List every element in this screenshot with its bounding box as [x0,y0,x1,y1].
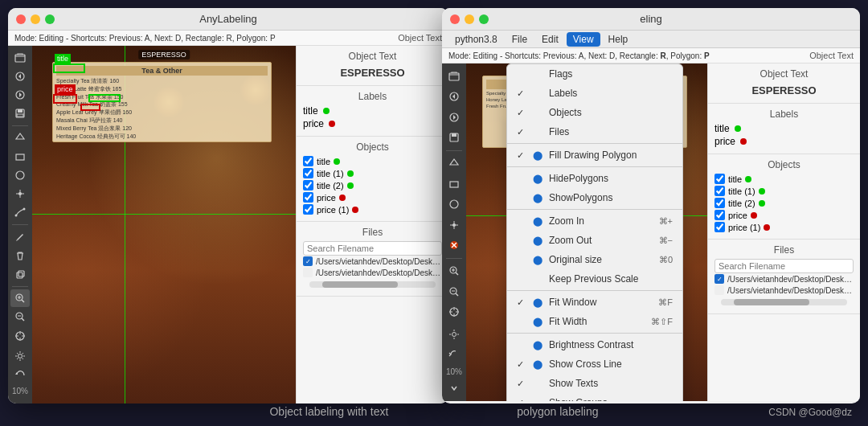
circle-btn-r[interactable] [444,195,464,213]
crosshair-btn[interactable] [10,327,30,344]
files-section-left: Files ✓ /Users/vietanhdev/Desktop/Deskto… [297,222,448,297]
search-filename-right[interactable] [714,259,854,273]
undo-btn-r[interactable] [444,345,464,363]
menu-brightness[interactable]: ⬤ Brightness Contrast [507,335,682,354]
obj-title1-row-left[interactable]: title (1) [303,168,442,178]
menu-keep-scale[interactable]: Keep Previous Scale [507,269,682,289]
obj-price1-check-left[interactable] [303,204,313,215]
obj-price1-row-right[interactable]: price (1) [714,222,854,232]
close-button-right[interactable] [450,14,460,24]
obj-title2-check-left[interactable] [303,180,313,190]
menu-files[interactable]: ✓ Files [507,122,682,141]
close-button-left[interactable] [16,14,26,24]
menu-show-polygons[interactable]: ⬤ ShowPolygons [507,188,682,207]
file-item-1-left[interactable]: ✓ /Users/vietanhdev/Desktop/Desktop/oc [303,256,442,267]
menu-fill-polygon[interactable]: ✓ ⬤ Fill Drawing Polygon [507,145,682,165]
obj-title2-row-left[interactable]: title (2) [303,180,442,190]
circle-btn[interactable] [10,166,30,183]
obj-title1-check-left[interactable] [303,168,313,178]
menu-labels[interactable]: ✓ Labels [507,84,682,103]
menu-edit[interactable]: Edit [535,32,565,47]
file-item-2-right[interactable]: /Users/vietanhdev/Desktop/Desktop/oc [714,285,854,296]
undo-btn[interactable] [10,366,30,383]
scrollbar-right[interactable] [721,299,847,305]
obj-title-row-right[interactable]: title [714,174,854,184]
image-canvas-left[interactable]: Tea & Other Specialty Tea 清清茶 160 Honey … [32,46,296,403]
delete-btn[interactable] [10,247,30,264]
maximize-button-right[interactable] [479,14,489,24]
crosshair-btn-r[interactable] [444,302,464,321]
obj-price1-row-left[interactable]: price (1) [303,204,442,215]
prev-btn-r[interactable] [444,87,464,105]
menu-view[interactable]: View [567,32,600,47]
obj-price1-check-right[interactable] [714,222,725,232]
prev-btn[interactable] [10,68,30,84]
obj-title-row-left[interactable]: title [303,156,442,166]
mode-bar-left: Mode: Editing - Shortcuts: Previous: A, … [8,31,448,46]
minimize-button-right[interactable] [465,14,474,24]
scrollbar-left[interactable] [309,281,436,288]
menu-python[interactable]: python3.8 [448,32,504,47]
zoom-in-btn[interactable] [10,289,30,306]
file-check-1-left[interactable]: ✓ [303,256,313,266]
open-btn[interactable] [10,49,30,66]
menu-show-groups[interactable]: ✓ Show Groups [507,393,682,401]
menu-fit-width[interactable]: ⬤ Fit Width ⌘⇧F [507,312,682,331]
edit-btn[interactable] [10,228,30,245]
obj-price-check-right[interactable] [714,210,725,220]
menu-file[interactable]: File [506,32,534,47]
maximize-button-left[interactable] [45,14,55,24]
polygon-btn[interactable] [10,129,30,146]
point-btn-r[interactable] [444,215,464,234]
save-btn-r[interactable] [444,128,464,146]
obj-title-check-right[interactable] [714,174,725,184]
zoom-in-btn-r[interactable] [444,262,464,281]
rect-btn[interactable] [10,148,30,165]
file-check-2-right[interactable] [714,285,724,295]
open-btn-r[interactable] [444,67,464,85]
menu-zoom-out[interactable]: ⬤ Zoom Out ⌘− [507,231,682,250]
obj-title2-check-right[interactable] [714,198,725,208]
file-check-1-right[interactable]: ✓ [714,274,724,284]
delete-btn-r[interactable] [444,236,464,254]
minimize-button-left[interactable] [31,14,40,24]
svg-point-13 [23,208,26,211]
zoom-out-btn[interactable] [10,309,30,326]
obj-title1-check-right[interactable] [714,186,725,196]
obj-price-row-left[interactable]: price [303,192,442,203]
menu-show-crossline[interactable]: ✓ ⬤ Show Cross Line [507,354,682,374]
menu-original-size[interactable]: ⬤ Original size ⌘0 [507,250,682,269]
obj-title1-row-right[interactable]: title (1) [714,186,854,196]
rect-btn-r[interactable] [444,174,464,193]
obj-price-check-left[interactable] [303,192,313,203]
obj-price-row-right[interactable]: price [714,210,854,220]
nav-down-btn-r[interactable] [444,379,464,398]
menu-show-texts[interactable]: ✓ Show Texts [507,374,682,393]
point-btn[interactable] [10,186,30,203]
menu-fit-window[interactable]: ✓ ⬤ Fit Window ⌘F [507,293,682,312]
settings-btn[interactable] [10,347,30,364]
obj-title2-row-right[interactable]: title (2) [714,198,854,208]
save-btn[interactable] [10,105,30,122]
zoom-out-btn-r[interactable] [444,282,464,301]
next-btn-r[interactable] [444,108,464,126]
copy-btn[interactable] [10,265,30,282]
menu-help[interactable]: Help [602,32,635,47]
file-item-1-right[interactable]: ✓ /Users/vietanhdev/Desktop/Desktop/oc [714,273,854,285]
menu-objects[interactable]: ✓ Objects [507,103,682,122]
menu-flags[interactable]: Flags [507,64,682,84]
image-canvas-right[interactable]: Tea & Other Specialty Tea 清清茶Honey Latte… [466,63,707,401]
obj-title-check-left[interactable] [303,156,313,166]
line-btn[interactable] [10,204,30,221]
menu-hide-polygons[interactable]: ⬤ HidePolygons [507,169,682,188]
menu-zoom-in[interactable]: ⬤ Zoom In ⌘+ [507,211,682,231]
obj-title2-label-right: title (2) [728,199,755,208]
file-check-2-left[interactable] [303,268,313,277]
mode-bar-right: Mode: Editing - Shortcuts: Previous: A, … [442,48,860,63]
settings-btn-r[interactable] [444,325,464,343]
search-filename-left[interactable] [303,241,442,256]
next-btn[interactable] [10,86,30,103]
nav-down-btn[interactable] [10,399,30,403]
file-item-2-left[interactable]: /Users/vietanhdev/Desktop/Desktop/oc [303,267,442,278]
polygon-btn-r[interactable] [444,154,464,173]
